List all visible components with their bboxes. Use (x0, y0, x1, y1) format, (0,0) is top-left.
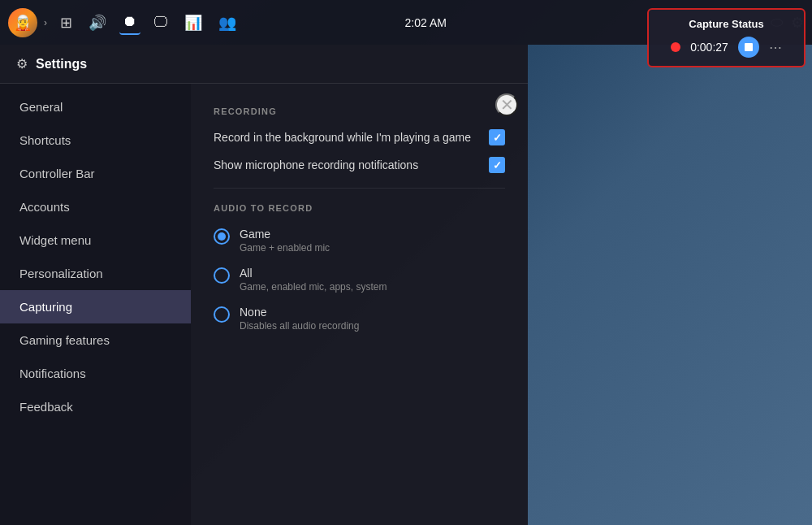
mic-notif-label: Show microphone recording notifications (214, 158, 489, 171)
sidebar: General Shortcuts Controller Bar Account… (0, 84, 191, 525)
taskbar-time: 2:02 AM (405, 16, 447, 29)
sidebar-item-shortcuts[interactable]: Shortcuts (0, 124, 191, 157)
more-icon[interactable]: ⋯ (769, 40, 782, 55)
audio-none-label: None (240, 306, 359, 319)
recording-section-label: RECORDING (214, 106, 505, 116)
audio-none-option[interactable]: None Disables all audio recording (214, 306, 505, 332)
check-icon-2: ✓ (493, 159, 502, 171)
taskbar-icons: ⊞ 🔊 ⏺ 🖵 📊 👥 (57, 10, 240, 35)
audio-all-text: All Game, enabled mic, apps, system (240, 267, 387, 293)
check-icon: ✓ (493, 132, 502, 144)
display-icon[interactable]: 🖵 (150, 11, 171, 34)
audio-game-text: Game Game + enabled mic (240, 228, 330, 254)
close-button[interactable]: ✕ (495, 93, 518, 116)
capture-icon[interactable]: ⏺ (119, 10, 140, 35)
mic-notif-checkbox[interactable]: ✓ (489, 157, 505, 173)
audio-all-sublabel: Game, enabled mic, apps, system (240, 281, 387, 293)
chevron-icon[interactable]: › (44, 17, 47, 28)
volume-icon[interactable]: 🔊 (85, 11, 110, 35)
audio-game-row: Game Game + enabled mic (214, 228, 505, 254)
settings-header: ⚙ Settings (0, 45, 528, 84)
audio-all-radio[interactable] (214, 267, 230, 284)
bg-record-checkbox[interactable]: ✓ (489, 129, 505, 145)
sidebar-item-notifications[interactable]: Notifications (0, 357, 191, 390)
people-icon[interactable]: 👥 (215, 11, 240, 35)
bg-record-label: Record in the background while I'm playi… (214, 131, 489, 144)
sidebar-item-capturing[interactable]: Capturing (0, 290, 191, 323)
chart-icon[interactable]: 📊 (181, 11, 205, 35)
audio-section-label: AUDIO TO RECORD (214, 203, 505, 213)
audio-all-label: All (240, 267, 387, 280)
sidebar-item-feedback[interactable]: Feedback (0, 390, 191, 423)
audio-game-option[interactable]: Game Game + enabled mic (214, 228, 505, 254)
mic-notif-row: Show microphone recording notifications … (214, 157, 505, 173)
audio-game-label: Game (240, 228, 330, 241)
sidebar-item-general[interactable]: General (0, 90, 191, 124)
audio-game-sublabel: Game + enabled mic (240, 242, 330, 254)
sidebar-item-personalization[interactable]: Personalization (0, 257, 191, 290)
sidebar-item-controller-bar[interactable]: Controller Bar (0, 157, 191, 190)
capture-status-widget: Capture Status 0:00:27 ⋯ (647, 8, 806, 67)
sidebar-item-gaming-features[interactable]: Gaming features (0, 323, 191, 357)
audio-game-radio[interactable] (214, 228, 230, 245)
stop-icon (745, 43, 753, 51)
audio-none-row: None Disables all audio recording (214, 306, 505, 332)
capture-timer: 0:00:27 (690, 41, 728, 54)
bg-record-row: Record in the background while I'm playi… (214, 129, 505, 145)
audio-none-radio[interactable] (214, 306, 230, 323)
audio-all-row: All Game, enabled mic, apps, system (214, 267, 505, 293)
section-divider (214, 188, 505, 189)
capture-controls: 0:00:27 ⋯ (660, 37, 793, 58)
settings-content: ✕ RECORDING Record in the background whi… (191, 84, 528, 525)
sidebar-item-widget-menu[interactable]: Widget menu (0, 223, 191, 257)
sidebar-item-accounts[interactable]: Accounts (0, 190, 191, 223)
audio-all-option[interactable]: All Game, enabled mic, apps, system (214, 267, 505, 293)
record-indicator (671, 42, 680, 52)
user-avatar[interactable]: 🧝 (8, 8, 37, 37)
stop-button[interactable] (738, 37, 759, 58)
audio-none-text: None Disables all audio recording (240, 306, 359, 332)
settings-gear-icon: ⚙ (16, 56, 28, 72)
settings-panel: ⚙ Settings General Shortcuts Controller … (0, 45, 528, 525)
audio-none-sublabel: Disables all audio recording (240, 320, 359, 332)
window-icon[interactable]: ⊞ (57, 11, 76, 35)
capture-status-title: Capture Status (660, 18, 793, 30)
settings-body: General Shortcuts Controller Bar Account… (0, 84, 528, 525)
settings-title: Settings (36, 57, 87, 72)
